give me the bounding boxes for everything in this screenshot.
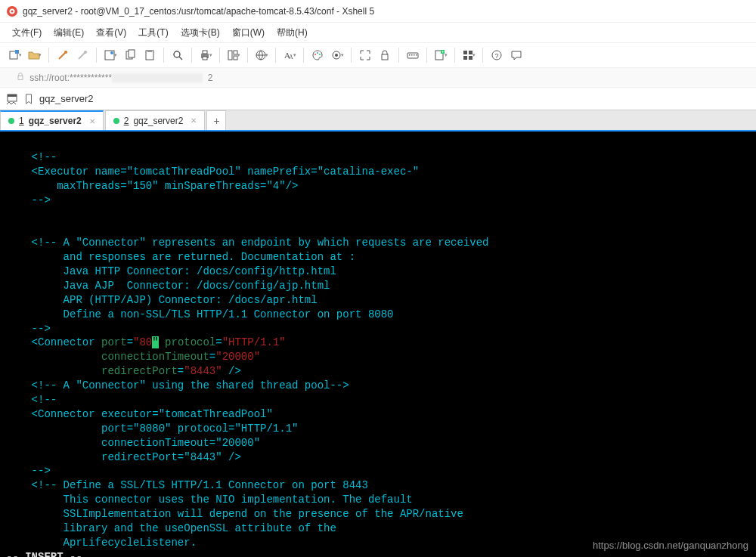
toolbar: ▾ ▾ ▾ ▾ ▾ ▾ AA▾ ▾ +▾ ▾ ? (0, 42, 756, 68)
term-text: = (127, 336, 133, 348)
term-line: Java AJP Connector: /docs/config/ajp.htm… (6, 280, 330, 292)
keyboard-icon[interactable] (404, 46, 422, 64)
tab-close-icon[interactable]: ✕ (191, 116, 197, 125)
svg-point-5 (64, 51, 67, 54)
svg-rect-12 (147, 50, 152, 52)
term-text: /> (222, 365, 241, 377)
menu-edit[interactable]: 编辑(E) (48, 24, 90, 42)
term-line: port="8080" protocol="HTTP/1.1" (6, 422, 298, 435)
address-bar[interactable]: ssh://root:************ 2 (0, 68, 756, 88)
term-line: --> (6, 465, 51, 477)
toolbar-separator (219, 48, 220, 63)
new-session-icon[interactable]: ▾ (6, 46, 24, 64)
open-icon[interactable]: ▾ (26, 46, 44, 64)
menu-view[interactable]: 查看(V) (90, 24, 132, 42)
tab-session-1[interactable]: 1 gqz_server2 ✕ (0, 110, 104, 130)
window-titlebar: gqz_server2 - root@VM_0_17_centos:/usr/t… (0, 0, 756, 23)
term-line: SSLImplementation will depend on the pre… (6, 508, 463, 520)
color-scheme-icon[interactable] (308, 46, 327, 64)
term-line: AprLifecycleListener. (6, 537, 197, 549)
term-text (95, 336, 101, 348)
window-title: gqz_server2 - root@VM_0_17_centos:/usr/t… (23, 6, 374, 17)
menu-tools[interactable]: 工具(T) (132, 24, 174, 42)
tab-session-2[interactable]: 2 gqz_server2 ✕ (105, 110, 206, 130)
term-line: redirectPort="8443" /> (6, 451, 241, 463)
terminal-cursor: " (152, 336, 158, 348)
svg-rect-39 (463, 56, 467, 60)
new-file-transfer-icon[interactable]: +▾ (432, 46, 450, 64)
svg-point-27 (335, 54, 338, 57)
toolbar-separator (454, 48, 455, 63)
toolbar-separator (191, 48, 192, 63)
find-icon[interactable] (169, 46, 187, 64)
term-text: port (101, 336, 127, 348)
address-blurred (112, 73, 203, 82)
term-line: <!-- (6, 151, 57, 163)
term-text: "20000" (215, 351, 260, 363)
svg-rect-10 (129, 50, 135, 57)
term-line: <Connector executor="tomcatThreadPool" (6, 408, 273, 420)
lock-icon[interactable] (376, 46, 394, 64)
menu-tabs[interactable]: 选项卡(B) (175, 24, 226, 42)
vim-mode-status: -- INSERT -- (6, 551, 82, 557)
term-line: <!-- Define a SSL/TLS HTTP/1.1 Connector… (6, 479, 368, 491)
feedback-icon[interactable] (507, 46, 525, 64)
menu-window[interactable]: 窗口(W) (226, 24, 271, 42)
print-icon[interactable]: ▾ (197, 46, 215, 64)
help-icon[interactable]: ? (488, 46, 506, 64)
highlight-icon[interactable]: ▾ (328, 46, 346, 64)
term-line: --> (6, 194, 51, 206)
font-icon[interactable]: AA▾ (280, 46, 299, 64)
svg-rect-15 (203, 51, 207, 54)
svg-point-8 (110, 51, 113, 54)
tile-icon[interactable]: ▾ (460, 46, 478, 64)
term-text: < (6, 336, 38, 348)
svg-rect-43 (18, 76, 23, 79)
svg-point-6 (84, 51, 87, 54)
term-text: connectionTimeout (101, 351, 209, 363)
toolbar-separator (247, 48, 248, 63)
menu-help[interactable]: 帮助(H) (271, 24, 314, 42)
reconnect-icon[interactable] (54, 46, 72, 64)
term-line: This connector uses the NIO implementati… (6, 494, 413, 506)
session-manager-icon[interactable] (6, 93, 18, 105)
toolbar-separator (351, 48, 352, 63)
protocol-lock-icon (6, 61, 25, 94)
disconnect-icon[interactable] (73, 46, 91, 64)
toolbar-separator (48, 48, 49, 63)
menu-file[interactable]: 文件(F) (6, 24, 48, 42)
term-line: and responses are returned. Documentatio… (6, 251, 355, 263)
svg-rect-33 (416, 54, 417, 56)
properties-icon[interactable]: ▾ (101, 46, 119, 64)
session-name: gqz_server2 (39, 93, 94, 104)
status-dot-icon (8, 118, 14, 124)
svg-text:?: ? (495, 52, 499, 60)
term-line: maxThreads="150" minSpareThreads="4"/> (6, 180, 298, 192)
svg-rect-16 (203, 57, 207, 60)
svg-rect-17 (228, 51, 232, 60)
app-icon (6, 5, 18, 17)
svg-rect-32 (414, 54, 415, 56)
tab-add-button[interactable]: + (206, 110, 226, 130)
svg-rect-30 (409, 54, 411, 56)
tab-bar: 1 gqz_server2 ✕ 2 gqz_server2 ✕ + (0, 110, 756, 132)
bookmark-icon[interactable] (23, 93, 35, 105)
status-dot-icon (113, 118, 119, 124)
session-bar: gqz_server2 (0, 88, 756, 110)
encoding-icon[interactable]: ▾ (253, 46, 271, 64)
svg-point-2 (11, 10, 14, 12)
term-text (159, 336, 165, 348)
layout-icon[interactable]: ▾ (225, 46, 243, 64)
term-text: "8443" (184, 365, 222, 377)
term-text: redirectPort (101, 365, 178, 377)
terminal-pane[interactable]: <!-- <Executor name="tomcatThreadPool" n… (0, 132, 756, 557)
fullscreen-icon[interactable] (356, 46, 374, 64)
copy-icon[interactable] (121, 46, 139, 64)
tab-close-icon[interactable]: ✕ (89, 117, 95, 125)
address-text-suffix: 2 (203, 73, 212, 83)
paste-icon[interactable] (141, 46, 159, 64)
tab-number: 2 (124, 116, 129, 126)
term-line: connectionTimeout="20000" (6, 437, 260, 449)
term-line: <!-- A "Connector" using the shared thre… (6, 379, 349, 391)
menu-bar: 文件(F) 编辑(E) 查看(V) 工具(T) 选项卡(B) 窗口(W) 帮助(… (0, 23, 756, 42)
